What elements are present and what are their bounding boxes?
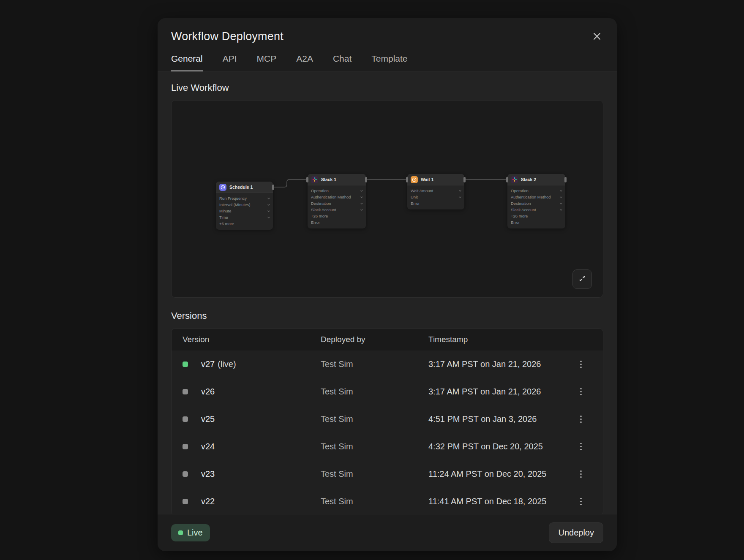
node-field-label: Minute <box>219 209 232 213</box>
kebab-menu-icon[interactable] <box>577 385 585 399</box>
output-port <box>564 177 567 182</box>
node-field-label: Destination <box>311 201 331 206</box>
deployed-by: Test Sim <box>321 387 428 397</box>
status-dot <box>183 389 188 394</box>
version-row-v25: v25 Test Sim 4:51 PM PST on Jan 3, 2026 <box>172 405 603 433</box>
timestamp: 11:41 AM PST on Dec 18, 2025 <box>428 497 569 506</box>
node-title: Slack 1 <box>321 177 336 182</box>
version-row-v23: v23 Test Sim 11:24 AM PST on Dec 20, 202… <box>172 460 603 488</box>
version-row-v24: v24 Test Sim 4:32 PM PST on Dec 20, 2025 <box>172 433 603 460</box>
node-field-label: Slack Account <box>511 207 536 212</box>
node-slack-1[interactable]: Slack 1 Operation Authentication Method … <box>308 174 366 228</box>
chevron-down-icon <box>360 202 363 204</box>
versions-table-header: Version Deployed by Timestamp <box>172 329 603 351</box>
chevron-down-icon <box>267 197 270 199</box>
chevron-down-icon <box>360 189 363 192</box>
node-field-label: Operation <box>511 188 529 193</box>
kebab-menu-icon[interactable] <box>577 412 585 427</box>
node-field-label: Wait Amount <box>411 188 433 193</box>
kebab-menu-icon[interactable] <box>577 357 585 372</box>
version-label: v25 <box>201 414 215 424</box>
version-row-v22: v22 Test Sim 11:41 AM PST on Dec 18, 202… <box>172 488 603 514</box>
kebab-menu-icon[interactable] <box>577 467 585 481</box>
input-port <box>306 177 308 182</box>
deployed-by: Test Sim <box>321 469 428 479</box>
status-dot <box>183 444 188 449</box>
input-port <box>406 177 408 182</box>
column-header-deployed-by: Deployed by <box>321 335 428 344</box>
timestamp: 4:51 PM PST on Jan 3, 2026 <box>428 414 569 424</box>
versions-heading: Versions <box>171 310 603 321</box>
output-port <box>463 177 466 182</box>
tab-mcp[interactable]: MCP <box>257 54 277 71</box>
node-more-label: +26 more <box>311 214 328 218</box>
chevron-down-icon <box>267 216 270 218</box>
live-status-badge: Live <box>171 524 210 541</box>
node-title: Schedule 1 <box>229 185 253 190</box>
kebab-menu-icon[interactable] <box>577 495 585 509</box>
node-wait-1[interactable]: Wait 1 Wait Amount Unit Error <box>407 174 464 209</box>
kebab-menu-icon[interactable] <box>577 440 585 454</box>
modal-content: Live Workflow Schedule 1 Run Frequency I… <box>158 71 617 514</box>
chevron-down-icon <box>560 202 562 204</box>
node-field-label: Run Frequency <box>219 196 247 201</box>
node-more-label: +26 more <box>511 214 528 218</box>
live-status-dot <box>183 362 188 367</box>
node-title: Slack 2 <box>521 177 536 182</box>
versions-table-body: v27(live) Test Sim 3:17 AM PST on Jan 21… <box>172 351 603 514</box>
chevron-down-icon <box>360 208 363 211</box>
undeploy-button[interactable]: Undeploy <box>549 522 603 543</box>
node-field-label: Time <box>219 215 228 220</box>
status-dot <box>183 416 188 422</box>
close-icon <box>592 31 602 43</box>
timer-icon <box>411 176 418 183</box>
chevron-down-icon <box>459 189 461 192</box>
status-dot <box>183 499 188 504</box>
chevron-down-icon <box>360 196 363 198</box>
node-field-label: Destination <box>511 201 531 206</box>
close-button[interactable] <box>591 31 603 43</box>
modal-title: Workflow Deployment <box>171 30 283 43</box>
chevron-down-icon <box>459 196 461 198</box>
version-label: v24 <box>201 442 215 451</box>
node-schedule-1[interactable]: Schedule 1 Run Frequency Interval (Minut… <box>216 182 273 230</box>
versions-table: Version Deployed by Timestamp v27(live) … <box>171 328 603 514</box>
slack-icon <box>511 176 518 183</box>
tab-a2a[interactable]: A2A <box>296 54 313 71</box>
node-error-label: Error <box>311 220 320 225</box>
deployed-by: Test Sim <box>321 359 428 369</box>
tab-bar: General API MCP A2A Chat Template <box>158 54 617 71</box>
deployed-by: Test Sim <box>321 497 428 506</box>
version-label: v22 <box>201 497 215 506</box>
live-workflow-heading: Live Workflow <box>171 82 603 93</box>
node-field-label: Authentication Method <box>311 195 351 199</box>
tab-general[interactable]: General <box>171 54 203 71</box>
modal-header: Workflow Deployment General API MCP A2A … <box>158 18 617 71</box>
expand-preview-button[interactable] <box>572 269 592 289</box>
deployed-by: Test Sim <box>321 442 428 451</box>
node-field-label: Unit <box>411 195 418 199</box>
chevron-down-icon <box>267 209 270 212</box>
timestamp: 4:32 PM PST on Dec 20, 2025 <box>428 442 569 451</box>
node-slack-2[interactable]: Slack 2 Operation Authentication Method … <box>507 174 565 228</box>
timestamp: 3:17 AM PST on Jan 21, 2026 <box>428 359 569 369</box>
timestamp: 3:17 AM PST on Jan 21, 2026 <box>428 387 569 397</box>
output-port <box>365 177 367 182</box>
tab-template[interactable]: Template <box>371 54 407 71</box>
workflow-preview-canvas[interactable]: Schedule 1 Run Frequency Interval (Minut… <box>171 100 603 298</box>
column-header-version: Version <box>183 335 321 344</box>
chevron-down-icon <box>560 196 562 198</box>
node-field-label: Slack Account <box>311 207 336 212</box>
tab-chat[interactable]: Chat <box>333 54 352 71</box>
version-row-v27: v27(live) Test Sim 3:17 AM PST on Jan 21… <box>172 351 603 378</box>
output-port <box>272 185 274 190</box>
chevron-down-icon <box>560 189 562 192</box>
tab-api[interactable]: API <box>223 54 237 71</box>
status-dot <box>183 471 188 477</box>
version-label: v26 <box>201 387 215 396</box>
node-field-label: Authentication Method <box>511 195 551 199</box>
live-dot-icon <box>178 530 183 535</box>
live-badge-label: Live <box>187 528 203 538</box>
version-label: v23 <box>201 469 215 478</box>
workflow-deployment-modal: Workflow Deployment General API MCP A2A … <box>158 18 617 551</box>
